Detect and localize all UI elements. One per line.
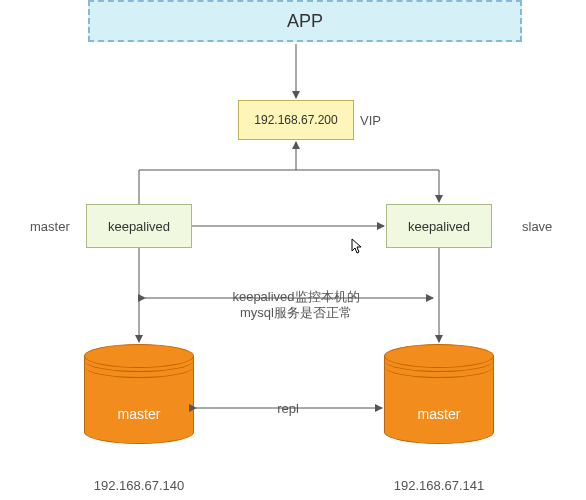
replication-label: repl bbox=[258, 401, 318, 416]
app-label: APP bbox=[287, 11, 323, 32]
db-ring-shape bbox=[85, 356, 193, 378]
db-left-label: master bbox=[84, 406, 194, 422]
keepalived-left-label: keepalived bbox=[108, 219, 170, 234]
db-left: master bbox=[84, 344, 194, 444]
cursor-icon bbox=[351, 238, 365, 257]
vip-box: 192.168.67.200 bbox=[238, 100, 354, 140]
role-right-label: slave bbox=[522, 219, 552, 234]
db-right-label: master bbox=[384, 406, 494, 422]
ip-right-label: 192.168.67.141 bbox=[384, 478, 494, 493]
db-right: master bbox=[384, 344, 494, 444]
ip-left-label: 192.168.67.140 bbox=[84, 478, 194, 493]
role-left-label: master bbox=[30, 219, 70, 234]
monitor-annotation-line2: mysql服务是否正常 bbox=[198, 304, 394, 322]
db-ring-shape bbox=[385, 356, 493, 378]
vip-label: VIP bbox=[360, 113, 381, 128]
app-box: APP bbox=[88, 0, 522, 42]
vip-ip: 192.168.67.200 bbox=[254, 113, 337, 127]
keepalived-right-box: keepalived bbox=[386, 204, 492, 248]
keepalived-left-box: keepalived bbox=[86, 204, 192, 248]
keepalived-right-label: keepalived bbox=[408, 219, 470, 234]
